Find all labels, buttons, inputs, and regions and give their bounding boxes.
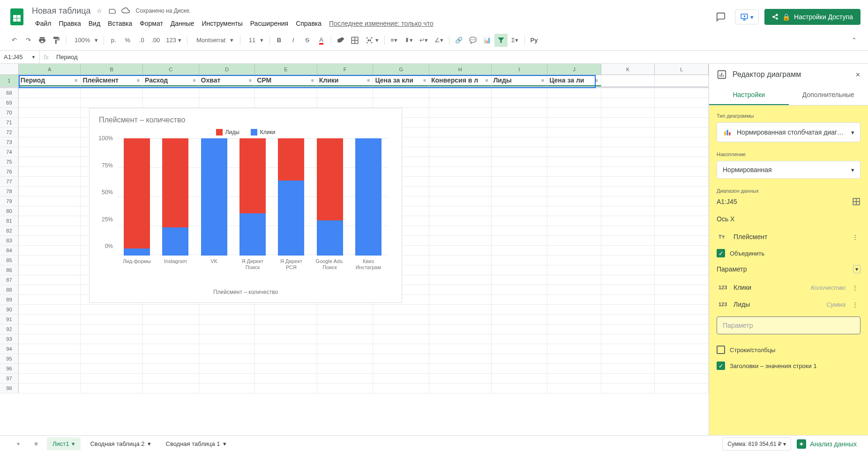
cell[interactable] <box>429 285 492 294</box>
cell[interactable] <box>655 295 709 304</box>
cell[interactable] <box>655 334 709 344</box>
cell[interactable] <box>143 324 199 334</box>
row-header[interactable]: 71 <box>0 118 19 127</box>
cell[interactable] <box>492 216 548 226</box>
cell[interactable] <box>19 167 81 176</box>
cell[interactable] <box>19 334 81 344</box>
cell[interactable] <box>373 364 429 373</box>
cell[interactable] <box>373 315 429 324</box>
cell[interactable] <box>547 98 601 107</box>
cell[interactable] <box>547 157 601 166</box>
row-header[interactable]: 75 <box>0 157 19 166</box>
cell[interactable] <box>317 88 374 98</box>
cell[interactable] <box>143 305 199 314</box>
cell[interactable] <box>601 118 655 127</box>
cell[interactable] <box>655 118 709 127</box>
cell[interactable] <box>547 226 601 235</box>
column-header[interactable]: F <box>317 64 374 75</box>
column-header[interactable]: B <box>81 64 143 75</box>
cell[interactable] <box>19 324 81 334</box>
cell[interactable] <box>492 187 548 196</box>
xaxis-item[interactable]: Tᴛ Плейсмент ⋮ <box>717 228 861 245</box>
format-dropdown[interactable]: 123 ▾ <box>163 34 184 47</box>
cell[interactable] <box>143 315 199 324</box>
kebab-icon[interactable]: ⋮ <box>851 234 859 241</box>
cell[interactable] <box>601 98 655 107</box>
cell[interactable] <box>429 216 492 226</box>
bar-group[interactable]: VK <box>201 138 227 256</box>
cell[interactable] <box>429 167 492 176</box>
cell[interactable] <box>19 236 81 245</box>
header-cell[interactable]: Охват≡ <box>199 75 255 86</box>
cell[interactable] <box>19 206 81 216</box>
cell[interactable] <box>429 236 492 245</box>
header-cell[interactable]: Цена за кли≡ <box>373 75 429 86</box>
font-size-dropdown[interactable]: 11▾ <box>243 34 267 47</box>
cell[interactable] <box>429 128 492 137</box>
cell[interactable] <box>317 315 374 324</box>
cell[interactable] <box>19 265 81 275</box>
row-header[interactable]: 68 <box>0 88 19 98</box>
font-dropdown[interactable]: Montserrat▾ <box>190 34 237 47</box>
cell[interactable] <box>19 364 81 373</box>
cell[interactable] <box>199 334 255 344</box>
cell[interactable] <box>429 226 492 235</box>
filter-dropdown-icon[interactable]: ≡ <box>136 77 141 84</box>
cell[interactable] <box>19 88 81 98</box>
cell[interactable] <box>429 384 492 393</box>
borders-icon[interactable] <box>348 34 361 47</box>
cell[interactable] <box>373 88 429 98</box>
insert-chart-icon[interactable]: 📊 <box>480 34 494 47</box>
cell[interactable] <box>19 354 81 363</box>
cell[interactable] <box>655 246 709 255</box>
cell[interactable] <box>317 354 374 363</box>
cell[interactable] <box>655 128 709 137</box>
use-headers-checkbox[interactable]: ✓ Заголовки – значения строки 1 <box>717 358 861 374</box>
row-header[interactable]: 1 <box>0 75 19 86</box>
aggregate-checkbox[interactable]: ✓ Объединить <box>717 245 861 261</box>
row-header[interactable]: 92 <box>0 324 19 334</box>
cell[interactable] <box>81 354 143 363</box>
column-header[interactable]: H <box>429 64 492 75</box>
cell[interactable] <box>19 256 81 265</box>
cell[interactable] <box>317 324 374 334</box>
cell[interactable] <box>199 344 255 354</box>
cell[interactable] <box>255 324 317 334</box>
expand-toolbar-icon[interactable]: ⌃ <box>847 34 861 47</box>
cell[interactable] <box>547 344 601 354</box>
cell[interactable] <box>547 256 601 265</box>
row-header[interactable]: 97 <box>0 374 19 383</box>
cell[interactable] <box>547 315 601 324</box>
cell[interactable] <box>655 187 709 196</box>
menu-extensions[interactable]: Расширения <box>247 18 292 29</box>
cell[interactable] <box>492 384 548 393</box>
cell[interactable] <box>492 147 548 157</box>
cell[interactable] <box>255 98 317 107</box>
column-header[interactable]: D <box>199 64 255 75</box>
chart-type-select[interactable]: Нормированная столбчатая диаграмма▾ <box>717 122 861 142</box>
cell[interactable] <box>255 305 317 314</box>
share-button[interactable]: 🔒 Настройки Доступа <box>764 9 861 25</box>
cell[interactable] <box>429 275 492 285</box>
cell[interactable] <box>143 384 199 393</box>
cell[interactable] <box>373 354 429 363</box>
column-header[interactable]: C <box>143 64 199 75</box>
menu-format[interactable]: Формат <box>136 18 166 29</box>
filter-dropdown-icon[interactable]: ≡ <box>248 77 253 84</box>
cell[interactable] <box>655 137 709 147</box>
cell[interactable] <box>601 275 655 285</box>
cell[interactable] <box>492 275 548 285</box>
status-sum[interactable]: Сумма: 819 354,61 ₽ ▾ <box>722 437 791 451</box>
cell[interactable] <box>255 88 317 98</box>
cell[interactable] <box>492 128 548 137</box>
merge-icon[interactable]: ▾ <box>362 34 382 47</box>
cell[interactable] <box>19 137 81 147</box>
grid-select-icon[interactable] <box>852 197 861 206</box>
cell[interactable] <box>199 305 255 314</box>
kebab-icon[interactable]: ⋮ <box>851 284 859 291</box>
header-cell[interactable]: Плейсмент≡ <box>81 75 143 86</box>
cell[interactable] <box>19 128 81 137</box>
bar-group[interactable]: Лид-формы <box>124 138 150 256</box>
row-header[interactable]: 82 <box>0 226 19 235</box>
cell[interactable] <box>547 147 601 157</box>
